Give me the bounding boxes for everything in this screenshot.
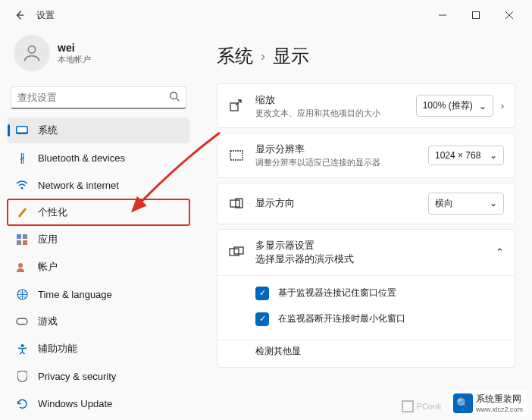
accounts-icon xyxy=(15,262,29,272)
orientation-dropdown[interactable]: 横向 ⌄ xyxy=(428,193,504,215)
sidebar-item-apps[interactable]: 应用 xyxy=(8,227,189,252)
svg-point-1 xyxy=(28,46,35,53)
watermark-title: 系统重装网 xyxy=(476,393,521,404)
sidebar-item-label: Windows Update xyxy=(38,398,112,409)
close-icon xyxy=(505,11,513,19)
chevron-right-icon: › xyxy=(261,49,265,64)
account-type: 本地帐户 xyxy=(58,54,91,65)
sidebar-item-system[interactable]: 系统 xyxy=(8,118,189,143)
checkbox-checked-icon: ✓ xyxy=(255,312,269,326)
chevron-right-icon[interactable]: › xyxy=(501,100,504,111)
detect-label: 检测其他显 xyxy=(255,345,301,358)
account-name: wei xyxy=(58,42,91,54)
sidebar-item-network[interactable]: Network & internet xyxy=(8,172,189,198)
chevron-up-icon: ⌃ xyxy=(496,246,504,258)
update-icon xyxy=(15,398,29,409)
orientation-icon xyxy=(228,198,245,209)
setting-orientation[interactable]: 显示方向 横向 ⌄ xyxy=(217,183,515,224)
person-icon xyxy=(21,42,42,64)
sidebar-item-label: Privacy & security xyxy=(38,371,116,382)
sidebar-item-label: 辅助功能 xyxy=(38,342,77,356)
site-watermark: 🔍 系统重装网 www.xtcz2.com xyxy=(449,390,527,415)
sidebar-item-time[interactable]: Time & language xyxy=(8,281,189,307)
sidebar-item-label: 个性化 xyxy=(38,205,67,219)
sidebar-item-label: 应用 xyxy=(38,233,58,246)
app-title: 设置 xyxy=(36,9,55,22)
setting-title: 多显示器设置 xyxy=(255,239,496,252)
titlebar: 设置 xyxy=(0,0,532,30)
sidebar-item-label: Network & internet xyxy=(38,180,119,191)
nav-list: 系统 ∦ Bluetooth & devices Network & inter… xyxy=(8,117,189,417)
sidebar-item-label: 游戏 xyxy=(38,315,58,328)
sidebar-item-bluetooth[interactable]: ∦ Bluetooth & devices xyxy=(8,145,189,171)
magnifier-icon: 🔍 xyxy=(453,393,473,413)
sidebar: wei 本地帐户 系统 ∦ Bluetooth & devices Networ… xyxy=(0,30,197,420)
system-icon xyxy=(15,126,29,135)
breadcrumb-current: 显示 xyxy=(273,44,309,68)
shield-icon xyxy=(15,371,29,382)
svg-rect-12 xyxy=(17,318,27,324)
svg-point-13 xyxy=(20,344,23,347)
svg-rect-6 xyxy=(17,234,21,239)
breadcrumb: 系统 › 显示 xyxy=(217,44,515,68)
setting-title: 显示方向 xyxy=(255,196,428,210)
watermark-url: www.xtcz2.com xyxy=(476,406,523,413)
dropdown-value: 横向 xyxy=(435,197,453,210)
resolution-dropdown[interactable]: 1024 × 768 ⌄ xyxy=(428,146,504,165)
sidebar-item-privacy[interactable]: Privacy & security xyxy=(8,363,189,389)
wifi-icon xyxy=(15,180,29,190)
main-content: 系统 › 显示 缩放 更改文本、应用和其他项目的大小 100% (推荐) ⌄ ›… xyxy=(197,30,532,420)
expander-header[interactable]: 多显示器设置 选择显示器的演示模式 ⌃ xyxy=(217,230,515,275)
accessibility-icon xyxy=(15,343,29,355)
setting-multimonitor: 多显示器设置 选择显示器的演示模式 ⌃ ✓ 基于监视器连接记住窗口位置 ✓ 在监… xyxy=(217,229,515,368)
sidebar-item-update[interactable]: Windows Update xyxy=(8,390,189,416)
dropdown-value: 1024 × 768 xyxy=(435,150,480,161)
sidebar-item-accounts[interactable]: 帐户 xyxy=(8,254,189,280)
scale-dropdown[interactable]: 100% (推荐) ⌄ xyxy=(416,95,493,117)
checkbox-label: 基于监视器连接记住窗口位置 xyxy=(278,287,396,299)
sidebar-item-personalization[interactable]: 个性化 xyxy=(8,199,189,225)
search-box[interactable] xyxy=(11,86,186,109)
svg-rect-9 xyxy=(23,240,27,245)
search-input[interactable] xyxy=(17,92,169,103)
minimize-button[interactable] xyxy=(426,3,459,27)
resolution-icon xyxy=(228,150,245,161)
pconline-watermark: PConli xyxy=(402,400,441,412)
svg-rect-4 xyxy=(17,127,27,133)
setting-resolution[interactable]: 显示分辨率 调整分辨率以适应已连接的显示器 1024 × 768 ⌄ xyxy=(217,133,515,177)
sidebar-item-label: Time & language xyxy=(38,289,112,300)
scale-icon xyxy=(228,99,245,113)
account-block[interactable]: wei 本地帐户 xyxy=(8,30,189,82)
svg-rect-15 xyxy=(230,151,243,160)
bluetooth-icon: ∦ xyxy=(15,152,29,164)
sidebar-item-accessibility[interactable]: 辅助功能 xyxy=(8,336,189,362)
search-icon xyxy=(169,91,180,104)
svg-point-2 xyxy=(171,92,177,99)
setting-title: 缩放 xyxy=(255,93,416,107)
chevron-down-icon: ⌄ xyxy=(490,150,497,161)
checkbox-remember-position[interactable]: ✓ 基于监视器连接记住窗口位置 xyxy=(255,281,504,306)
svg-rect-16 xyxy=(230,200,239,207)
globe-icon xyxy=(15,289,29,300)
setting-scale[interactable]: 缩放 更改文本、应用和其他项目的大小 100% (推荐) ⌄ › xyxy=(217,83,515,128)
setting-title: 显示分辨率 xyxy=(255,143,428,156)
close-button[interactable] xyxy=(493,3,526,27)
minimize-icon xyxy=(439,11,446,19)
multimonitor-icon xyxy=(228,246,245,258)
svg-rect-0 xyxy=(473,12,480,19)
apps-icon xyxy=(15,234,29,245)
breadcrumb-parent[interactable]: 系统 xyxy=(217,44,253,68)
chevron-down-icon: ⌄ xyxy=(490,198,497,208)
sidebar-item-label: Bluetooth & devices xyxy=(38,152,125,164)
detect-row: 检测其他显 xyxy=(217,340,515,367)
sidebar-item-gaming[interactable]: 游戏 xyxy=(8,309,189,334)
maximize-button[interactable] xyxy=(459,3,493,27)
avatar xyxy=(14,35,50,71)
back-button[interactable] xyxy=(6,2,33,29)
checkbox-minimize-on-disconnect[interactable]: ✓ 在监视器断开连接时最小化窗口 xyxy=(255,306,504,332)
chevron-down-icon: ⌄ xyxy=(479,101,487,111)
dropdown-value: 100% (推荐) xyxy=(423,99,473,112)
gaming-icon xyxy=(15,317,29,326)
setting-desc: 选择显示器的演示模式 xyxy=(255,252,496,266)
svg-rect-7 xyxy=(23,234,27,239)
